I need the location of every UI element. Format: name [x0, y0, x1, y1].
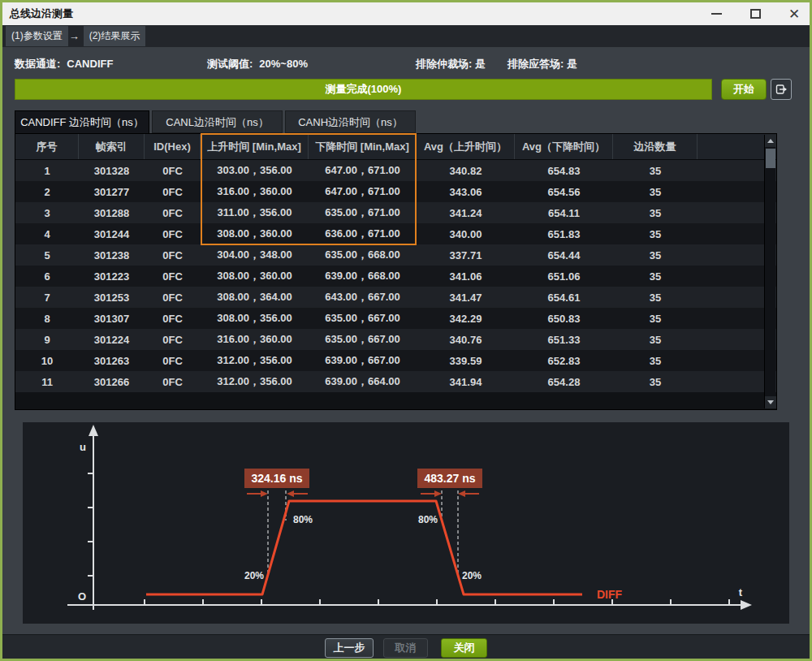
table-cell [698, 223, 764, 244]
window-title: 总线边沿测量 [10, 6, 73, 21]
table-cell: 0FC [145, 160, 201, 181]
progress-bar: 测量完成(100%) [15, 79, 712, 100]
table-cell: 0FC [145, 223, 201, 244]
table-cell: 308.00，364.00 [201, 287, 309, 308]
tab-canh[interactable]: CANH边沿时间（ns） [285, 110, 416, 133]
table-row[interactable]: 113012660FC312.00，356.00639.00，664.00341… [15, 371, 776, 392]
table-cell: 301253 [79, 287, 145, 308]
minimize-button[interactable] [706, 3, 727, 24]
table-row[interactable]: 73012530FC308.00，364.00643.00，667.00341.… [15, 287, 776, 308]
table-header: 序号帧索引ID(Hex)上升时间 [Min,Max]下降时间 [Min,Max]… [15, 134, 776, 160]
table-cell: 635.00，667.00 [309, 308, 417, 329]
table-cell: 651.83 [515, 223, 613, 244]
step-indicator: (1)参数设置 → (2)结果展示 [2, 25, 810, 47]
table-cell: 0FC [145, 266, 201, 287]
table-cell: 0FC [145, 244, 201, 266]
table-cell: 308.00，360.00 [201, 266, 309, 287]
rise-80-label: 80% [293, 514, 313, 525]
arrow-up-icon [767, 139, 774, 143]
scroll-up-button[interactable] [765, 135, 776, 147]
export-icon [775, 84, 788, 95]
table-cell: 35 [613, 350, 698, 371]
table-cell [698, 308, 764, 329]
table-cell: 312.00，356.00 [201, 371, 309, 392]
maximize-button[interactable] [745, 3, 766, 24]
table-cell: 0FC [145, 308, 201, 329]
table-cell: 0FC [145, 181, 201, 202]
close-dialog-button[interactable]: 关闭 [441, 638, 487, 658]
table-cell [698, 181, 764, 202]
table-row[interactable]: 63012230FC308.00，360.00639.00，668.00341.… [15, 266, 776, 287]
table-cell: 301223 [79, 266, 145, 287]
vertical-scrollbar[interactable] [764, 135, 775, 408]
export-button[interactable] [771, 79, 792, 100]
signal-name-label: DIFF [597, 588, 623, 601]
table-cell: 0FC [145, 287, 201, 308]
y-axis-label: u [80, 441, 86, 453]
table-cell: 635.00，667.00 [309, 329, 417, 350]
column-header[interactable]: 序号 [15, 134, 79, 159]
table-row[interactable]: 83013070FC308.00，356.00635.00，667.00342.… [15, 308, 776, 329]
table-cell: 5 [15, 244, 79, 266]
back-button[interactable]: 上一步 [325, 638, 374, 658]
table-cell: 311.00，356.00 [201, 202, 309, 223]
table-cell: 636.00，671.00 [309, 223, 417, 244]
cancel-button[interactable]: 取消 [383, 638, 428, 658]
threshold-value: 20%~80% [259, 58, 308, 70]
table-cell: 10 [15, 350, 79, 371]
column-header[interactable]: Avg（上升时间） [417, 134, 515, 159]
table-cell: 654.61 [515, 287, 613, 308]
table-cell: 6 [15, 266, 79, 287]
table-row[interactable]: 93012240FC316.00，360.00635.00，667.00340.… [15, 329, 776, 350]
table-cell: 301266 [79, 371, 145, 392]
table-row[interactable]: 53012380FC304.00，348.00635.00，668.00337.… [15, 244, 776, 266]
table-cell: 650.83 [515, 308, 613, 329]
column-header[interactable]: 边沿数量 [613, 134, 698, 159]
table-cell: 301244 [79, 223, 145, 244]
table-cell: 3 [15, 202, 79, 223]
table-row[interactable]: 23012770FC316.00，360.00647.00，671.00343.… [15, 181, 776, 202]
table-cell: 35 [613, 266, 698, 287]
title-bar: 总线边沿测量 ✕ [2, 2, 810, 25]
table-cell: 11 [15, 371, 79, 392]
column-header[interactable]: 上升时间 [Min,Max] [201, 134, 309, 159]
table-cell: 35 [613, 287, 698, 308]
table-cell: 654.28 [515, 371, 613, 392]
column-header[interactable] [698, 134, 764, 159]
table-cell [698, 350, 764, 371]
scroll-down-button[interactable] [765, 396, 776, 408]
column-header[interactable]: 下降时间 [Min,Max] [309, 134, 417, 159]
table-row[interactable]: 33012880FC311.00，356.00635.00，671.00341.… [15, 202, 776, 223]
table-cell: 651.06 [515, 266, 613, 287]
table-cell: 639.00，667.00 [309, 350, 417, 371]
column-header[interactable]: 帧索引 [79, 134, 145, 159]
data-channel-field: 数据通道:CANDIFF [15, 54, 113, 74]
start-button[interactable]: 开始 [721, 79, 767, 100]
table-cell: 0FC [145, 329, 201, 350]
close-button[interactable]: ✕ [784, 3, 805, 24]
table-cell: 0FC [145, 350, 201, 371]
table-cell: 35 [613, 160, 698, 181]
table-cell: 337.71 [417, 244, 515, 266]
table-cell: 652.83 [515, 350, 613, 371]
table-cell [698, 371, 764, 392]
table-row[interactable]: 103012630FC312.00，356.00639.00，667.00339… [15, 350, 776, 371]
tab-candiff[interactable]: CANDIFF 边沿时间（ns） [15, 110, 149, 133]
rise-time-value: 324.16 ns [251, 472, 302, 485]
data-channel-value: CANDIFF [67, 58, 113, 70]
table-cell: 342.29 [417, 308, 515, 329]
close-icon: ✕ [788, 7, 800, 21]
table-row[interactable]: 43012440FC308.00，360.00636.00，671.00340.… [15, 223, 776, 244]
column-header[interactable]: Avg（下降时间） [515, 134, 613, 159]
table-row[interactable]: 13013280FC303.00，356.00647.00，671.00340.… [15, 160, 776, 181]
fall-measure-arrows-icon [421, 490, 479, 497]
table-cell: 301288 [79, 202, 145, 223]
table-cell: 341.24 [417, 202, 515, 223]
scrollbar-thumb[interactable] [766, 149, 775, 168]
minimize-icon [711, 13, 722, 15]
column-header[interactable]: ID(Hex) [145, 134, 201, 159]
table-cell: 9 [15, 329, 79, 350]
exclude-ack-field: 排除应答场: 是 [508, 54, 577, 74]
tab-canl[interactable]: CANL边沿时间（ns） [152, 110, 283, 133]
table-cell: 35 [613, 244, 698, 266]
